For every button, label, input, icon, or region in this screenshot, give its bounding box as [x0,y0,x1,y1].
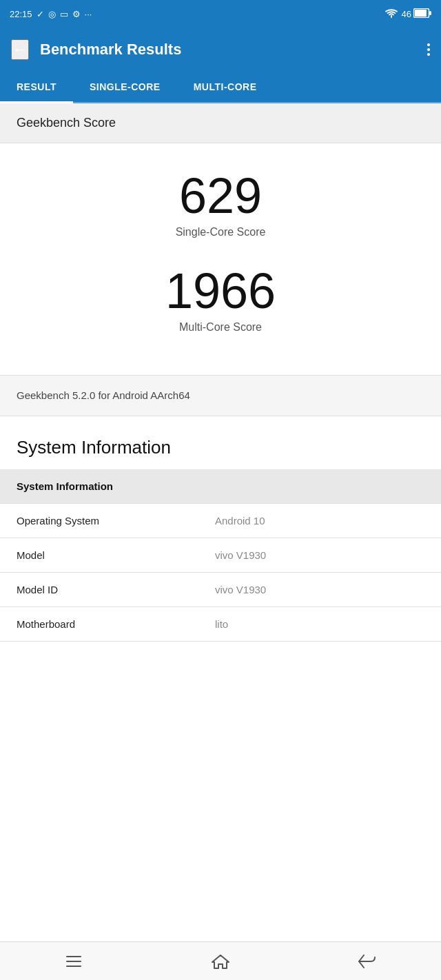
time-display: 22:15 [10,9,32,19]
model-id-value: vivo V1930 [198,573,441,607]
system-info-heading: System Information [0,416,441,469]
scores-section: 629 Single-Core Score 1966 Multi-Core Sc… [0,143,441,376]
system-info-section-header: System Information [0,469,441,504]
tab-result[interactable]: RESULT [0,72,73,102]
single-core-label: Single-Core Score [0,226,441,238]
os-value: Android 10 [198,504,441,538]
version-section: Geekbench 5.2.0 for Android AArch64 [0,376,441,416]
back-nav-button[interactable] [340,948,395,975]
multi-core-score-block: 1966 Multi-Core Score [0,266,441,334]
status-left: 22:15 ✓ ◎ ▭ ⚙ ··· [10,9,92,19]
app-bar: ← Benchmark Results [0,28,441,72]
wifi-icon [385,8,398,20]
more-status-icon: ··· [85,9,92,19]
motherboard-label: Motherboard [0,607,198,642]
app-bar-left: ← Benchmark Results [11,39,181,60]
version-text: Geekbench 5.2.0 for Android AArch64 [17,389,190,401]
model-label: Model [0,538,198,573]
system-info-title: System Information [17,437,424,458]
more-menu-button[interactable] [427,43,430,56]
tab-single-core[interactable]: SINGLE-CORE [73,72,177,102]
gear-icon: ⚙ [72,9,81,19]
tab-multi-core[interactable]: MULTI-CORE [177,72,274,102]
circle-icon: ◎ [48,9,56,19]
single-core-score-block: 629 Single-Core Score [0,171,441,238]
score-header: Geekbench Score [0,103,441,143]
svg-rect-2 [429,11,431,15]
score-header-text: Geekbench Score [17,116,116,130]
screen-icon: ▭ [60,9,68,19]
battery-display: 46 [402,8,431,20]
os-label: Operating System [0,504,198,538]
bottom-navigation [0,941,441,980]
table-row: Motherboard lito [0,607,441,642]
battery-value: 46 [402,9,411,19]
table-row: Model vivo V1930 [0,538,441,573]
table-row: Model ID vivo V1930 [0,573,441,607]
hamburger-icon [66,956,81,967]
multi-core-label: Multi-Core Score [0,321,441,334]
table-row: Operating System Android 10 [0,504,441,538]
shield-icon: ✓ [37,9,44,19]
model-id-label: Model ID [0,573,198,607]
app-title: Benchmark Results [40,41,181,59]
svg-marker-3 [212,955,229,968]
single-core-value: 629 [0,171,441,221]
system-info-header-row: System Information [0,469,441,504]
svg-rect-1 [415,10,427,17]
status-right: 46 [385,8,431,20]
multi-core-value: 1966 [0,266,441,316]
tab-bar: RESULT SINGLE-CORE MULTI-CORE [0,72,441,103]
battery-icon [413,8,431,20]
system-info-table: System Information Operating System Andr… [0,469,441,642]
back-button[interactable]: ← [11,39,29,60]
content-area: Geekbench Score 629 Single-Core Score 19… [0,103,441,683]
model-value: vivo V1930 [198,538,441,573]
motherboard-value: lito [198,607,441,642]
status-bar: 22:15 ✓ ◎ ▭ ⚙ ··· 46 [0,0,441,28]
back-icon [358,955,376,968]
home-icon [212,954,229,969]
menu-nav-button[interactable] [46,948,101,975]
home-nav-button[interactable] [193,948,248,975]
